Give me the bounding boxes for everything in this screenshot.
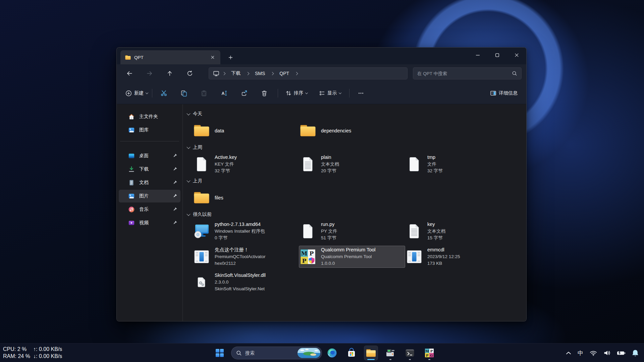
titlebar[interactable]: QPT [117,48,526,64]
start-button[interactable] [212,346,227,360]
taskbar-qualcomm-tool[interactable]: MPPG [422,346,436,360]
cut-button[interactable] [156,86,171,100]
taskbar-center: MPPG [212,346,436,360]
back-button[interactable] [122,67,137,80]
installer-icon [193,222,211,241]
file-name: Active.key [215,154,237,161]
explorer-tab[interactable]: QPT [120,50,220,64]
tab-close-icon[interactable] [208,53,217,62]
refresh-button[interactable] [182,67,197,80]
group-header[interactable]: 很久以前 [187,211,526,218]
sidebar-item-pictures[interactable]: 图片 [119,190,180,202]
file-tile-tmp[interactable]: tmp 文件 32 字节 [405,153,512,175]
wifi-icon[interactable] [589,347,598,359]
paste-button[interactable] [197,86,211,100]
more-options-button[interactable] [354,86,368,100]
svg-text:A: A [221,91,224,96]
taskbar-search-input[interactable] [245,350,289,356]
file-tile-python-installer[interactable]: python-2.7.13.amd64 Windows Installer 程序… [193,220,299,242]
sidebar-item-desktop[interactable]: 桌面 [119,149,180,162]
file-size: 51 字节 [321,235,337,242]
file-tile-dependencies[interactable]: dependencies [299,120,405,142]
file-name: tmp [427,154,443,161]
rename-button[interactable]: A [217,86,231,100]
group-label: 今天 [193,111,202,117]
group-label: 很久以前 [193,212,212,218]
taskbar-store[interactable] [344,346,359,360]
breadcrumb-item-downloads[interactable]: 下载 [228,69,243,77]
search-box[interactable] [413,67,522,79]
search-input[interactable] [417,71,501,76]
sidebar-item-downloads[interactable]: 下载 [119,163,180,176]
copy-button[interactable] [176,86,191,100]
new-tab-button[interactable] [225,52,235,62]
file-tile-activator[interactable]: 先点这个注册！ PremiumQCToolActivator hex0r2112 [193,246,299,268]
breadcrumb-item-sms[interactable]: SMS [252,70,268,77]
share-button[interactable] [237,86,252,100]
pin-icon [173,167,177,172]
forward-button[interactable] [142,67,157,80]
file-tile-runpy[interactable]: run.py PY 文件 51 字节 [299,220,405,242]
breadcrumb[interactable]: 下载 SMS QPT [209,67,408,79]
group-header[interactable]: 今天 [187,110,526,118]
file-type: PY 文件 [321,228,337,235]
file-tile-files[interactable]: files [193,187,299,209]
group-header[interactable]: 上月 [187,177,526,185]
sidebar-item-music[interactable]: 音乐 [119,203,180,216]
file-type: 文本文档 [321,161,339,168]
taskbar-device-tool[interactable] [383,346,397,360]
taskbar-edge[interactable] [325,346,339,360]
file-name: SkinSoft.VisualStyler.dll [215,272,266,279]
file-group-long-ago: 很久以前 python-2.7.13.amd64 Windows Install… [193,211,526,293]
ime-indicator[interactable]: 中 [577,347,584,359]
file-tile-qualcomm-premium-tool[interactable]: MPP Qualcomm Premium Tool Qualcomm Premi… [299,246,405,268]
file-tile-data[interactable]: data [193,120,299,142]
file-tile-plain[interactable]: plain 文本文档 20 字节 [299,153,405,175]
tray-chevron-up-icon[interactable] [565,347,572,359]
breadcrumb-separator-icon [246,72,250,75]
notification-bell-icon[interactable] [631,347,639,359]
svg-text:M: M [301,250,308,257]
volume-icon[interactable] [603,347,611,359]
chevron-down-icon [186,112,190,115]
file-tile-skinsoft-dll[interactable]: SkinSoft.VisualStyler.dll 2.3.0.0 SkinSo… [193,271,299,293]
command-bar: 新建 A 排序 [117,82,526,104]
view-button[interactable]: 显示 [316,86,344,100]
file-size: 20 字节 [321,168,339,175]
sidebar-item-documents[interactable]: 文档 [119,176,180,189]
upload-speed: ↑: 0.00 KB/s [33,346,62,353]
details-pane-button[interactable]: 详细信息 [487,86,521,100]
this-pc-icon[interactable] [213,71,219,76]
documents-icon [128,179,135,186]
search-icon[interactable] [512,71,517,76]
sort-button[interactable]: 排序 [282,86,311,100]
view-button-label: 显示 [327,90,337,96]
taskbar-terminal[interactable] [403,346,417,360]
sidebar-item-home[interactable]: 主文件夹 [119,110,180,123]
delete-button[interactable] [257,86,272,100]
file-type: 文件 [427,161,443,168]
taskbar-file-explorer[interactable] [364,346,378,360]
bing-daily-image[interactable] [298,348,320,358]
file-tile-emmcdl[interactable]: emmcdl 2023/9/12 12:25 173 KB [405,246,512,268]
close-button[interactable] [507,48,526,62]
file-tile-key[interactable]: key 文本文档 15 字节 [405,220,512,242]
file-name: key [427,221,445,228]
system-monitor-widget[interactable]: CPU: 2 % ↑: 0.00 KB/s RAM: 24 % ↓: 0.00 … [3,346,62,360]
sidebar-divider [120,141,179,141]
file-type: 文本文档 [427,228,445,235]
file-name: emmcdl [427,246,460,253]
new-button[interactable]: 新建 [122,86,151,100]
chevron-down-icon [305,91,308,94]
up-button[interactable] [162,67,177,80]
group-header[interactable]: 上周 [187,144,526,151]
taskbar-search[interactable] [231,347,322,359]
sidebar-item-gallery[interactable]: 图库 [119,124,180,136]
maximize-button[interactable] [487,48,507,62]
file-tile-activekey[interactable]: Active.key KEY 文件 32 字节 [193,153,299,175]
videos-icon [128,220,135,226]
battery-icon[interactable] [616,347,626,359]
sidebar-item-videos[interactable]: 视频 [119,217,180,229]
minimize-button[interactable] [468,48,487,62]
breadcrumb-item-qpt[interactable]: QPT [277,70,292,77]
